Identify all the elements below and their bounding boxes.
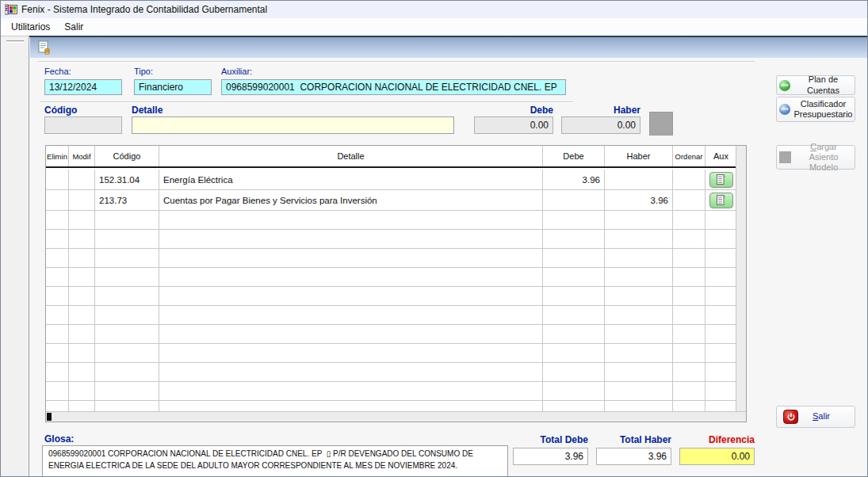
detalle-label: Detalle bbox=[132, 105, 163, 116]
cell-ordenar bbox=[673, 344, 705, 363]
header-debe[interactable]: Debe bbox=[543, 146, 605, 166]
table-row bbox=[46, 306, 737, 325]
cell-ordenar bbox=[673, 363, 705, 382]
cell-haber[interactable] bbox=[605, 170, 673, 190]
cell-detalle bbox=[159, 363, 543, 382]
cell-ordenar[interactable] bbox=[673, 190, 705, 211]
cell-aux[interactable] bbox=[705, 190, 737, 211]
cell-detalle bbox=[159, 344, 543, 363]
scrollbar-thumb[interactable] bbox=[47, 413, 52, 421]
header-ordenar[interactable]: Ordenar bbox=[673, 146, 705, 166]
header-detalle[interactable]: Detalle bbox=[159, 146, 543, 166]
glosa-textarea[interactable]: 0968599020001 CORPORACION NACIONAL DE EL… bbox=[42, 445, 508, 477]
cell-codigo[interactable]: 213.73 bbox=[95, 190, 159, 211]
clasificador-label-line1: Clasificador bbox=[794, 99, 853, 109]
cell-elimin bbox=[46, 382, 69, 401]
cell-elimin[interactable] bbox=[46, 190, 69, 211]
fecha-field[interactable]: 13/12/2024 bbox=[44, 79, 122, 95]
header-codigo[interactable]: Código bbox=[95, 146, 159, 166]
plan-de-cuentas-button[interactable]: Plan de Cuentas bbox=[776, 75, 855, 95]
table-row bbox=[46, 363, 737, 382]
aux-detail-button[interactable] bbox=[709, 193, 733, 208]
tipo-label: Tipo: bbox=[134, 67, 153, 76]
cell-modif bbox=[69, 325, 95, 344]
cell-detalle bbox=[159, 268, 543, 287]
cell-elimin bbox=[46, 306, 69, 325]
cell-elimin bbox=[46, 287, 69, 306]
title-bar: Fenix - Sistema Integrado de Contabilida… bbox=[1, 1, 868, 18]
menu-salir[interactable]: Salir bbox=[57, 19, 90, 35]
salir-button[interactable]: Salir bbox=[776, 406, 855, 428]
cell-codigo bbox=[95, 211, 159, 230]
panel-grip-handle[interactable] bbox=[6, 40, 24, 43]
green-ball-icon bbox=[779, 80, 790, 91]
cell-ordenar bbox=[673, 401, 705, 411]
cell-haber bbox=[605, 401, 673, 411]
cell-elimin bbox=[46, 325, 69, 344]
clasificador-presupuestario-button[interactable]: Clasificador Presupuestario bbox=[776, 97, 855, 122]
debe-input[interactable]: 0.00 bbox=[474, 116, 553, 134]
cell-elimin bbox=[46, 230, 69, 249]
new-entry-document-icon[interactable] bbox=[36, 39, 53, 56]
header-elimin[interactable]: Elimin bbox=[46, 146, 69, 166]
header-modif[interactable]: Modif bbox=[69, 146, 95, 166]
vertical-scrollbar[interactable] bbox=[736, 146, 746, 411]
aux-detail-button[interactable] bbox=[709, 172, 733, 188]
cell-detalle[interactable]: Energía Eléctrica bbox=[159, 170, 543, 190]
cell-modif[interactable] bbox=[69, 170, 95, 190]
header-haber[interactable]: Haber bbox=[605, 146, 673, 166]
table-row[interactable]: 152.31.04Energía Eléctrica3.96 bbox=[46, 170, 737, 190]
tipo-field[interactable]: Financiero bbox=[134, 79, 212, 95]
auxiliar-field[interactable]: 0968599020001 CORPORACION NACIONAL DE EL… bbox=[221, 79, 566, 95]
cell-haber[interactable]: 3.96 bbox=[605, 190, 673, 211]
cell-debe[interactable]: 3.96 bbox=[543, 170, 605, 190]
cell-elimin[interactable] bbox=[46, 170, 69, 190]
total-debe-field: 3.96 bbox=[513, 448, 588, 465]
cell-modif[interactable] bbox=[69, 190, 95, 211]
cell-ordenar bbox=[673, 230, 705, 249]
cell-debe bbox=[543, 325, 605, 344]
detalle-input[interactable] bbox=[132, 116, 454, 134]
cell-aux bbox=[705, 382, 737, 401]
cell-aux bbox=[705, 401, 737, 411]
left-collapsed-panel[interactable] bbox=[1, 36, 29, 477]
cell-debe bbox=[543, 287, 605, 306]
cell-haber bbox=[605, 325, 673, 344]
cell-debe bbox=[543, 211, 605, 230]
cell-elimin bbox=[46, 401, 69, 411]
codigo-input[interactable] bbox=[44, 116, 122, 134]
add-entry-button-disabled[interactable] bbox=[649, 112, 673, 135]
cell-aux bbox=[705, 211, 737, 230]
gray-square-icon bbox=[779, 151, 791, 163]
cell-debe[interactable] bbox=[543, 190, 605, 211]
cell-modif bbox=[69, 211, 95, 230]
cell-ordenar bbox=[673, 287, 705, 306]
cell-detalle bbox=[159, 306, 543, 325]
haber-input[interactable]: 0.00 bbox=[561, 116, 640, 134]
cell-codigo[interactable]: 152.31.04 bbox=[95, 170, 159, 190]
table-row bbox=[46, 401, 737, 411]
cell-debe bbox=[543, 230, 605, 249]
cell-detalle[interactable]: Cuentas por Pagar Bienes y Servicios par… bbox=[159, 190, 543, 211]
menu-utilitarios[interactable]: Utilitarios bbox=[4, 19, 57, 35]
table-row[interactable]: 213.73Cuentas por Pagar Bienes y Servici… bbox=[46, 190, 737, 211]
cargar-asiento-modelo-button[interactable]: Cargar Asiento Modelo bbox=[776, 145, 855, 170]
cell-debe bbox=[543, 382, 605, 401]
horizontal-scrollbar[interactable] bbox=[46, 411, 746, 422]
header-aux[interactable]: Aux bbox=[705, 146, 737, 166]
cell-aux[interactable] bbox=[705, 170, 737, 190]
fecha-label: Fecha: bbox=[44, 67, 71, 76]
salir-button-label: Salir bbox=[813, 411, 830, 422]
cell-ordenar[interactable] bbox=[673, 170, 705, 190]
cell-codigo bbox=[95, 287, 159, 306]
cell-modif bbox=[69, 249, 95, 268]
cell-haber bbox=[605, 211, 673, 230]
table-row bbox=[46, 287, 737, 306]
table-header-row: Elimin Modif Código Detalle Debe Haber O… bbox=[46, 146, 737, 168]
cell-detalle bbox=[159, 287, 543, 306]
cell-codigo bbox=[95, 268, 159, 287]
cell-modif bbox=[69, 306, 95, 325]
cell-codigo bbox=[95, 306, 159, 325]
cell-codigo bbox=[95, 230, 159, 249]
diferencia-field: 0.00 bbox=[679, 448, 755, 465]
